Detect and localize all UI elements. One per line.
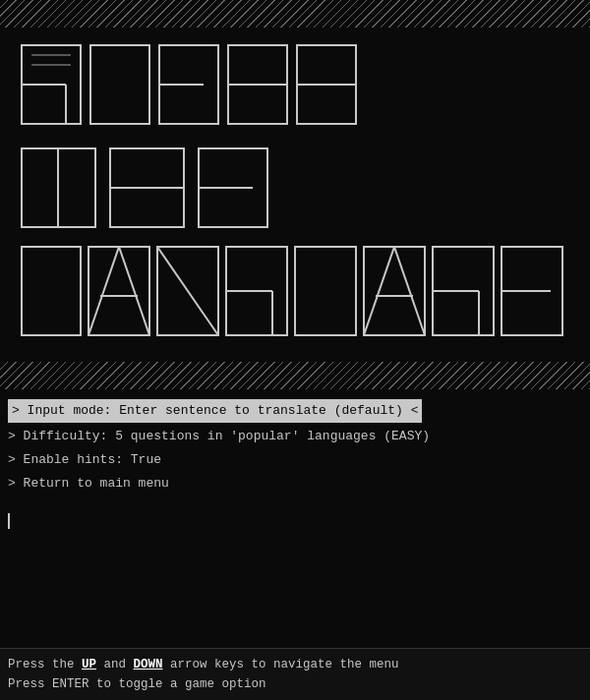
footer-prefix: Press the: [8, 658, 82, 671]
menu-item-hints[interactable]: > Enable hints: True: [8, 448, 582, 472]
hints-label: > Enable hints: True: [8, 448, 161, 472]
cursor: [8, 513, 10, 529]
svg-rect-7: [90, 45, 149, 124]
footer-mid: and: [96, 658, 134, 671]
footer-line1: Press the UP and DOWN arrow keys to navi…: [8, 655, 582, 674]
svg-line-45: [119, 247, 149, 335]
footer-line2: Press ENTER to toggle a game option: [8, 674, 582, 694]
svg-rect-43: [88, 247, 149, 335]
cursor-area: [0, 505, 590, 542]
svg-rect-56: [295, 247, 356, 335]
menu-area: > Input mode: Enter sentence to translat…: [0, 389, 590, 505]
title-svg: [12, 35, 582, 350]
svg-line-62: [394, 247, 425, 335]
title-area: [0, 28, 590, 358]
return-label: > Return to main menu: [8, 472, 169, 496]
svg-rect-60: [364, 247, 425, 335]
difficulty-label: > Difficulty: 5 questions in 'popular' l…: [8, 425, 430, 448]
input-mode-label: > Input mode: Enter sentence to translat…: [8, 399, 422, 423]
top-decoration: [0, 0, 590, 28]
svg-line-61: [364, 247, 394, 335]
svg-line-50: [157, 247, 218, 335]
footer-down: DOWN: [134, 658, 163, 671]
bottom-decoration: [0, 362, 590, 389]
menu-item-return[interactable]: > Return to main menu: [8, 472, 582, 496]
svg-rect-40: [22, 247, 81, 335]
menu-item-difficulty[interactable]: > Difficulty: 5 questions in 'popular' l…: [8, 425, 582, 448]
svg-line-44: [88, 247, 119, 335]
footer-up: UP: [82, 658, 96, 671]
footer-suffix: arrow keys to navigate the menu: [163, 658, 399, 671]
menu-item-input-mode[interactable]: > Input mode: Enter sentence to translat…: [8, 399, 582, 423]
footer: Press the UP and DOWN arrow keys to navi…: [0, 648, 590, 700]
